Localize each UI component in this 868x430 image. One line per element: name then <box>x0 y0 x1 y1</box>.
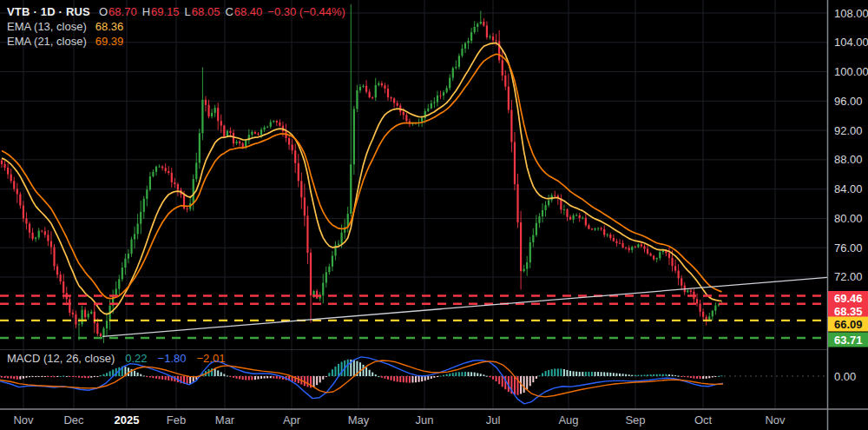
macd-zero-label: 0.00 <box>834 370 856 383</box>
macd-legend: MACD (12, 26, close) 0.22 −1.80 −2.01 <box>7 351 225 366</box>
price-tick-label: 100.00 <box>834 65 868 78</box>
price-tick-label: 108.00 <box>834 7 868 20</box>
price-level-label-text: 68.35 <box>834 305 863 318</box>
macd-hist-value: 0.22 <box>125 351 147 366</box>
price-tick-label: 84.00 <box>834 182 863 195</box>
ema21-value: 69.39 <box>95 34 124 49</box>
ema21-label: EMA (21, close) <box>7 34 87 49</box>
price-tick-label: 92.00 <box>834 124 863 137</box>
ema21-legend-row[interactable]: EMA (21, close) 69.39 <box>7 34 345 49</box>
price-tick-label: 96.00 <box>834 95 863 108</box>
price-tick-label: 72.00 <box>834 270 863 283</box>
chart-window: 108.00104.00100.0096.0092.0088.0084.0080… <box>0 0 868 430</box>
price-level-label-text: 63.71 <box>834 334 863 347</box>
time-axis-label: May <box>348 413 370 427</box>
ema13-legend-row[interactable]: EMA (13, close) 68.36 <box>7 19 345 34</box>
macd-signal-value: −2.01 <box>196 351 225 366</box>
time-axis-label: Mar <box>215 413 235 427</box>
price-level-label-text: 66.09 <box>834 318 863 331</box>
time-axis-label: Nov <box>13 413 34 427</box>
price-level-label-text: 69.46 <box>834 292 863 305</box>
time-axis-label: Feb <box>167 413 186 427</box>
open-value: O68.70 <box>99 4 137 19</box>
low-value: L68.05 <box>185 4 220 19</box>
macd-label: MACD (12, 26, close) <box>7 351 115 366</box>
main-legend: VTB · 1D · RUS O68.70 H69.15 L68.05 C68.… <box>7 4 345 49</box>
time-axis-label: 2025 <box>115 413 140 427</box>
time-axis-label: Oct <box>694 413 713 427</box>
symbol-title: VTB · 1D · RUS <box>7 4 90 19</box>
macd-legend-row[interactable]: MACD (12, 26, close) 0.22 −1.80 −2.01 <box>7 351 225 366</box>
time-axis-label: Dec <box>63 413 84 427</box>
price-tick-label: 76.00 <box>834 241 863 255</box>
close-value: C68.40 <box>225 4 262 19</box>
time-axis-label: Sep <box>625 413 645 427</box>
price-tick-label: 104.00 <box>834 36 868 49</box>
time-axis-label: Aug <box>558 413 578 427</box>
time-axis-label: Jul <box>486 413 501 427</box>
price-tick-label: 88.00 <box>834 153 863 166</box>
ema13-value: 68.36 <box>95 19 124 34</box>
ema13-label: EMA (13, close) <box>7 19 87 34</box>
macd-line-value: −1.80 <box>158 351 187 366</box>
high-value: H69.15 <box>142 4 180 19</box>
time-axis-label: Jun <box>416 413 434 427</box>
change-value: −0.30 (−0.44%) <box>267 4 345 19</box>
time-axis-label: Apr <box>283 413 301 427</box>
time-axis-label: Nov <box>765 413 786 427</box>
symbol-legend-row[interactable]: VTB · 1D · RUS O68.70 H69.15 L68.05 C68.… <box>7 4 345 19</box>
price-tick-label: 80.00 <box>834 212 863 225</box>
